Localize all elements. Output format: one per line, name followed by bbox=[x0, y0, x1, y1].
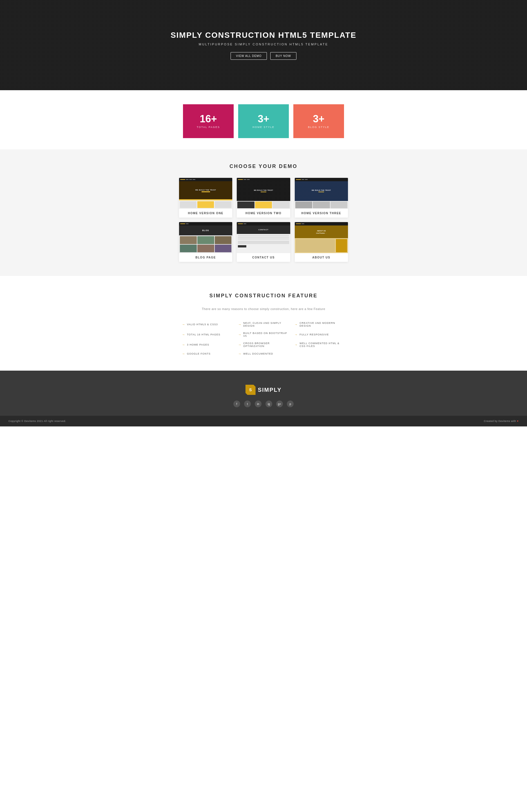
hero-title: SIMPLY CONSTRUCTION HTML5 TEMPLATE bbox=[170, 31, 357, 40]
social-linkedin[interactable]: in bbox=[255, 401, 261, 407]
stat-blog-style: 3+ BLOG STYLE bbox=[293, 104, 344, 138]
thumb-blog-grid bbox=[179, 235, 232, 253]
arrow-icon4: → bbox=[182, 333, 185, 336]
thumb-content-home1 bbox=[179, 200, 232, 209]
nav-about-link1 bbox=[301, 223, 304, 224]
demo-section-title: CHOOSE YOUR DEMO bbox=[6, 163, 521, 169]
demo-label-home2: HOME VERSION TWO bbox=[237, 209, 290, 218]
content-yellow bbox=[255, 202, 272, 208]
stat-label-pages: TOTAL PAGES bbox=[197, 126, 220, 129]
content-dark bbox=[237, 202, 254, 208]
nav-logo-about bbox=[296, 223, 301, 224]
thumb-nav-home1 bbox=[179, 178, 232, 181]
heart-icon: ♥ bbox=[517, 420, 518, 422]
feature-section: SIMPLY CONSTRUCTION FEATURE There are so… bbox=[0, 276, 527, 371]
thumb-content-home3 bbox=[295, 201, 348, 209]
demo-grid: WE BUILD THE TRUST HOME VERSION ONE bbox=[179, 178, 348, 262]
arrow-icon9: → bbox=[295, 343, 298, 346]
stat-number-blog: 3+ bbox=[313, 114, 324, 124]
footer-logo: S SIMPLY bbox=[6, 385, 521, 395]
blog-img4 bbox=[180, 245, 197, 252]
feature-item-homepages: → 3 HOME PAGES bbox=[182, 341, 232, 349]
about-img bbox=[336, 239, 347, 252]
img-block1 bbox=[295, 202, 312, 208]
nav-blog-link1 bbox=[186, 223, 189, 224]
feature-subtitle: There are so many reasons to choose simp… bbox=[6, 307, 521, 310]
buy-now-button[interactable]: BUY NOW bbox=[270, 52, 297, 60]
arrow-icon3: → bbox=[295, 323, 298, 326]
about-text1 bbox=[296, 239, 335, 252]
stats-section: 16+ TOTAL PAGES 3+ HOME STYLE 3+ BLOG ST… bbox=[0, 90, 527, 149]
social-facebook[interactable]: f bbox=[234, 401, 240, 407]
nav-link2 bbox=[189, 179, 192, 180]
feature-item-design: → NEAT, CLEAN AND SIMPLY DESIGN bbox=[238, 320, 289, 328]
img-block3 bbox=[331, 202, 347, 208]
nav-link32 bbox=[305, 179, 308, 180]
demo-section: CHOOSE YOUR DEMO WE BUILD THE TRUST bbox=[0, 149, 527, 276]
stat-label-home: HOME STYLE bbox=[253, 126, 274, 129]
thumb-nav-home3 bbox=[295, 178, 348, 181]
demo-label-blog: BLOG PAGE bbox=[179, 253, 232, 262]
nav-logo-dot2 bbox=[238, 179, 243, 180]
arrow-icon6: → bbox=[295, 333, 298, 336]
thumb-nav-about bbox=[295, 222, 348, 226]
feature-label10: GOOGLE FONTS bbox=[187, 352, 211, 355]
hero-section: SIMPLY CONSTRUCTION HTML5 TEMPLATE MULTI… bbox=[0, 0, 527, 90]
feature-item-commented: → WELL COMMENTED HTML & CSS FILES bbox=[295, 341, 345, 349]
stat-number-pages: 16+ bbox=[200, 114, 217, 124]
feature-item-fonts: → GOOGLE FONTS bbox=[182, 351, 232, 357]
demo-card-about[interactable]: ABOUT US Live Preview → ABOUT US bbox=[295, 222, 348, 262]
social-googleplus[interactable]: g+ bbox=[276, 401, 283, 407]
view-all-demo-button[interactable]: VIEW ALL DEMO bbox=[230, 52, 267, 60]
footer-logo-text: SIMPLY bbox=[258, 387, 282, 393]
feature-item-pages: → TOTAL 16 HTML PAGES bbox=[182, 331, 232, 338]
blog-img3 bbox=[215, 236, 232, 244]
demo-thumb-contact: CONTACT bbox=[237, 222, 290, 253]
feature-section-title: SIMPLY CONSTRUCTION FEATURE bbox=[6, 293, 521, 299]
arrow-icon8: → bbox=[238, 343, 242, 346]
arrow-icon10: → bbox=[182, 352, 185, 356]
demo-card-home2[interactable]: WE BUILD THE TRUST HOME VERSION TWO bbox=[237, 178, 290, 218]
demo-label-contact: CONTACT US bbox=[237, 253, 290, 262]
demo-card-blog[interactable]: BLOG BLOG PAGE bbox=[179, 222, 232, 262]
stat-label-blog: BLOG STYLE bbox=[308, 126, 329, 129]
copyright-text: Copyright © Devitems 2021 All right rese… bbox=[9, 420, 66, 422]
social-instagram[interactable]: ig bbox=[266, 401, 272, 407]
footer-social: f t in ig g+ p bbox=[6, 401, 521, 407]
arrow-icon5: → bbox=[238, 333, 242, 336]
arrow-icon11: → bbox=[238, 352, 242, 356]
thumb-about-hero: ABOUT US Live Preview → bbox=[295, 226, 348, 238]
thumb-contact-form bbox=[237, 234, 290, 253]
arrow-icon2: → bbox=[238, 323, 242, 326]
nav-link1 bbox=[186, 179, 189, 180]
arrow-icon: → bbox=[182, 323, 185, 326]
blog-img2 bbox=[197, 236, 214, 244]
feature-label2: NEAT, CLEAN AND SIMPLY DESIGN bbox=[243, 322, 289, 327]
hero-subtitle: MULTIPURPOSE SIMPLY CONSTRUCTION HTML5 T… bbox=[170, 43, 357, 46]
social-pinterest[interactable]: p bbox=[287, 401, 293, 407]
thumb-hero-bar-home1 bbox=[179, 199, 232, 200]
feature-label5: BUILT BASED ON BOOTSTRAP V5 bbox=[243, 332, 289, 337]
demo-card-home1[interactable]: WE BUILD THE TRUST HOME VERSION ONE bbox=[179, 178, 232, 218]
nav-logo-blog bbox=[180, 223, 185, 224]
feature-label8: CROSS BROWSER OPTIMIZATION bbox=[243, 342, 289, 348]
social-twitter[interactable]: t bbox=[244, 401, 251, 407]
arrow-icon7: → bbox=[182, 343, 185, 346]
demo-card-home3[interactable]: WE BUILD THE TRUST HOME VERSION THREE bbox=[295, 178, 348, 218]
thumb-contact-hero: CONTACT bbox=[237, 226, 290, 234]
footer-dark: S SIMPLY f t in ig g+ p bbox=[0, 371, 527, 416]
form-field1 bbox=[238, 235, 289, 236]
thumb-hero-home1: WE BUILD THE TRUST bbox=[179, 181, 232, 200]
thumb-hero-home3: WE BUILD THE TRUST bbox=[295, 181, 348, 201]
content-block3 bbox=[215, 201, 231, 208]
demo-label-about: ABOUT US bbox=[295, 253, 348, 262]
blog-img5 bbox=[197, 245, 214, 252]
demo-card-contact[interactable]: CONTACT CONTACT US bbox=[237, 222, 290, 262]
feature-grid: → VALID HTML5 & CSS3 → NEAT, CLEAN AND S… bbox=[182, 320, 345, 357]
thumb-hero-home2: WE BUILD THE TRUST bbox=[237, 181, 290, 201]
form-field3 bbox=[238, 238, 289, 240]
demo-thumb-about: ABOUT US Live Preview → bbox=[295, 222, 348, 253]
feature-item-bootstrap: → BUILT BASED ON BOOTSTRAP V5 bbox=[238, 331, 289, 338]
blog-img1 bbox=[180, 236, 197, 244]
demo-label-home1: HOME VERSION ONE bbox=[179, 209, 232, 218]
